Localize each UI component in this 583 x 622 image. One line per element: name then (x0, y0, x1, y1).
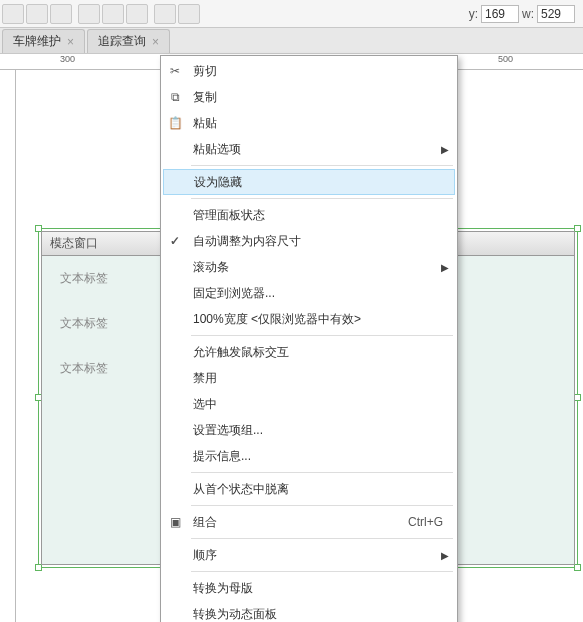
menu-label: 剪切 (193, 63, 217, 80)
menu-cut[interactable]: ✂剪切 (161, 58, 457, 84)
w-label: w: (522, 7, 534, 21)
top-toolbar: y: w: (0, 0, 583, 28)
menu-group[interactable]: ▣组合Ctrl+G (161, 509, 457, 535)
menu-label: 滚动条 (193, 259, 229, 276)
align-center-button[interactable] (26, 4, 48, 24)
menu-auto-fit[interactable]: ✓自动调整为内容尺寸 (161, 228, 457, 254)
tab-label: 追踪查询 (98, 33, 146, 50)
resize-handle[interactable] (574, 564, 581, 571)
menu-label: 组合 (193, 514, 217, 531)
menu-label: 粘贴选项 (193, 141, 241, 158)
y-label: y: (469, 7, 478, 21)
menu-label: 选中 (193, 396, 217, 413)
menu-label: 复制 (193, 89, 217, 106)
context-menu: ✂剪切 ⧉复制 📋粘贴 粘贴选项▶ 设为隐藏 管理面板状态 ✓自动调整为内容尺寸… (160, 55, 458, 622)
menu-label: 转换为母版 (193, 580, 253, 597)
align-right-button[interactable] (50, 4, 72, 24)
menu-label: 100%宽度 <仅限浏览器中有效> (193, 311, 361, 328)
menu-separator (191, 538, 453, 539)
menu-selected[interactable]: 选中 (161, 391, 457, 417)
ruler-tick: 500 (498, 54, 513, 64)
menu-label: 从首个状态中脱离 (193, 481, 289, 498)
tab-label: 车牌维护 (13, 33, 61, 50)
menu-tooltip[interactable]: 提示信息... (161, 443, 457, 469)
menu-paste[interactable]: 📋粘贴 (161, 110, 457, 136)
resize-handle[interactable] (574, 394, 581, 401)
group-icon: ▣ (167, 514, 183, 530)
menu-paste-options[interactable]: 粘贴选项▶ (161, 136, 457, 162)
scissors-icon: ✂ (167, 63, 183, 79)
coordinate-inputs: y: w: (469, 5, 581, 23)
submenu-arrow-icon: ▶ (441, 550, 449, 561)
menu-manage-states[interactable]: 管理面板状态 (161, 202, 457, 228)
tab-track-query[interactable]: 追踪查询× (87, 29, 170, 53)
menu-allow-trigger[interactable]: 允许触发鼠标交互 (161, 339, 457, 365)
ruler-tick: 300 (60, 54, 75, 64)
paste-icon: 📋 (167, 115, 183, 131)
copy-icon: ⧉ (167, 89, 183, 105)
align-bottom-button[interactable] (126, 4, 148, 24)
menu-separator (191, 335, 453, 336)
menu-order[interactable]: 顺序▶ (161, 542, 457, 568)
menu-separator (191, 198, 453, 199)
menu-label: 允许触发鼠标交互 (193, 344, 289, 361)
menu-label: 自动调整为内容尺寸 (193, 233, 301, 250)
menu-break-state[interactable]: 从首个状态中脱离 (161, 476, 457, 502)
close-icon[interactable]: × (67, 35, 74, 49)
close-icon[interactable]: × (152, 35, 159, 49)
menu-label: 设置选项组... (193, 422, 263, 439)
y-input[interactable] (481, 5, 519, 23)
menu-label: 转换为动态面板 (193, 606, 277, 623)
menu-full-width[interactable]: 100%宽度 <仅限浏览器中有效> (161, 306, 457, 332)
menu-label: 管理面板状态 (193, 207, 265, 224)
menu-separator (191, 571, 453, 572)
menu-scrollbars[interactable]: 滚动条▶ (161, 254, 457, 280)
menu-label: 设为隐藏 (194, 174, 242, 191)
distribute-v-button[interactable] (178, 4, 200, 24)
submenu-arrow-icon: ▶ (441, 262, 449, 273)
menu-to-dynamic[interactable]: 转换为动态面板 (161, 601, 457, 622)
menu-label: 粘贴 (193, 115, 217, 132)
submenu-arrow-icon: ▶ (441, 144, 449, 155)
menu-set-hidden[interactable]: 设为隐藏 (163, 169, 455, 195)
align-left-button[interactable] (2, 4, 24, 24)
menu-to-master[interactable]: 转换为母版 (161, 575, 457, 601)
design-canvas[interactable]: 300 500 模态窗口 文本标签 文本标签 文本标签 ✂剪切 ⧉复制 📋粘贴 … (0, 54, 583, 622)
menu-label: 禁用 (193, 370, 217, 387)
menu-label: 固定到浏览器... (193, 285, 275, 302)
menu-separator (191, 472, 453, 473)
menu-disable[interactable]: 禁用 (161, 365, 457, 391)
tab-bar: 车牌维护× 追踪查询× (0, 28, 583, 54)
menu-label: 提示信息... (193, 448, 251, 465)
distribute-h-button[interactable] (154, 4, 176, 24)
align-middle-button[interactable] (102, 4, 124, 24)
menu-copy[interactable]: ⧉复制 (161, 84, 457, 110)
menu-separator (191, 165, 453, 166)
menu-separator (191, 505, 453, 506)
check-icon: ✓ (167, 233, 183, 249)
menu-label: 顺序 (193, 547, 217, 564)
tab-plate-maintain[interactable]: 车牌维护× (2, 29, 85, 53)
ruler-vertical (0, 70, 16, 622)
w-input[interactable] (537, 5, 575, 23)
resize-handle[interactable] (35, 564, 42, 571)
align-top-button[interactable] (78, 4, 100, 24)
menu-pin-browser[interactable]: 固定到浏览器... (161, 280, 457, 306)
resize-handle[interactable] (574, 225, 581, 232)
menu-set-option-group[interactable]: 设置选项组... (161, 417, 457, 443)
shortcut-label: Ctrl+G (408, 515, 443, 529)
